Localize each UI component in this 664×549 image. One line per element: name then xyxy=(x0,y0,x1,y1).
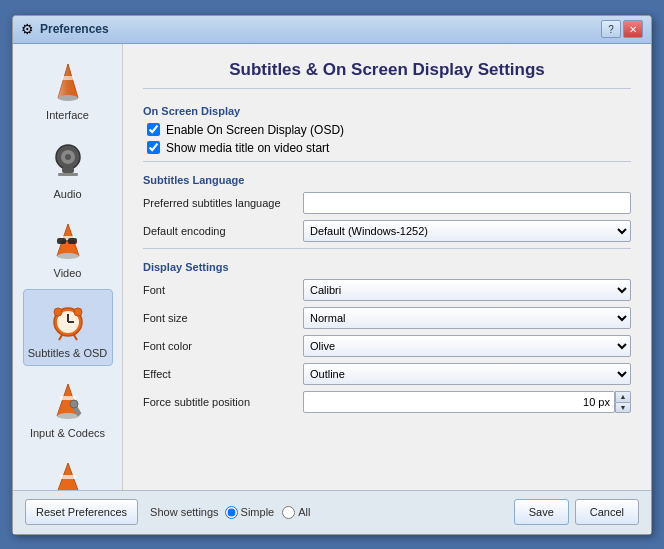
svg-rect-8 xyxy=(58,173,78,176)
effect-select[interactable]: Outline None Background xyxy=(303,363,631,385)
font-color-row: Font color Olive White Yellow Red xyxy=(143,335,631,357)
show-media-title-checkbox[interactable] xyxy=(147,141,160,154)
all-radio-text: All xyxy=(298,506,310,518)
titlebar: ⚙ Preferences ? ✕ xyxy=(13,16,651,44)
hotkeys-icon xyxy=(44,455,92,490)
video-label: Video xyxy=(54,267,82,279)
svg-point-2 xyxy=(58,95,78,101)
subtitles-label: Subtitles & OSD xyxy=(28,347,107,359)
font-size-label: Font size xyxy=(143,312,303,324)
divider-2 xyxy=(143,248,631,249)
all-radio-label[interactable]: All xyxy=(282,506,310,519)
input-label: Input & Codecs xyxy=(30,427,105,439)
show-settings-group: Show settings Simple All xyxy=(150,506,310,519)
enable-osd-checkbox[interactable] xyxy=(147,123,160,136)
svg-point-19 xyxy=(54,308,62,316)
sidebar-item-interface[interactable]: Interface xyxy=(23,52,113,127)
all-radio[interactable] xyxy=(282,506,295,519)
simple-radio-label[interactable]: Simple xyxy=(225,506,275,519)
preferences-window: ⚙ Preferences ? ✕ xyxy=(12,15,652,535)
sidebar: Interface Audio xyxy=(13,44,123,490)
preferred-lang-label: Preferred subtitles language xyxy=(143,197,303,209)
font-size-row: Font size Normal Small Large Very Large xyxy=(143,307,631,329)
font-size-select[interactable]: Normal Small Large Very Large xyxy=(303,307,631,329)
svg-point-25 xyxy=(57,413,79,419)
video-icon xyxy=(44,216,92,264)
help-button[interactable]: ? xyxy=(601,20,621,38)
show-media-title-label[interactable]: Show media title on video start xyxy=(166,141,329,155)
svg-line-21 xyxy=(59,335,62,340)
sidebar-item-video[interactable]: Video xyxy=(23,210,113,285)
audio-icon xyxy=(44,137,92,185)
svg-rect-11 xyxy=(57,238,66,244)
preferred-lang-row: Preferred subtitles language xyxy=(143,192,631,214)
window-title: Preferences xyxy=(40,22,109,36)
enable-osd-label[interactable]: Enable On Screen Display (OSD) xyxy=(166,123,344,137)
save-button[interactable]: Save xyxy=(514,499,569,525)
svg-point-27 xyxy=(70,400,78,408)
force-position-label: Force subtitle position xyxy=(143,396,303,408)
window-icon: ⚙ xyxy=(21,21,34,37)
enable-osd-row: Enable On Screen Display (OSD) xyxy=(143,123,631,137)
interface-icon xyxy=(44,58,92,106)
display-settings-section-header: Display Settings xyxy=(143,261,631,273)
simple-radio-text: Simple xyxy=(241,506,275,518)
footer: Reset Preferences Show settings Simple A… xyxy=(13,490,651,534)
close-button[interactable]: ✕ xyxy=(623,20,643,38)
osd-section-header: On Screen Display xyxy=(143,105,631,117)
encoding-label: Default encoding xyxy=(143,225,303,237)
force-position-down-button[interactable]: ▼ xyxy=(615,402,631,413)
svg-line-22 xyxy=(74,335,77,340)
sidebar-item-input[interactable]: Input & Codecs xyxy=(23,370,113,445)
svg-rect-24 xyxy=(60,396,76,400)
panel-title: Subtitles & On Screen Display Settings xyxy=(143,60,631,89)
cancel-button[interactable]: Cancel xyxy=(575,499,639,525)
svg-rect-12 xyxy=(68,238,77,244)
audio-label: Audio xyxy=(53,188,81,200)
encoding-select[interactable]: Default (Windows-1252) UTF-8 ISO-8859-1 … xyxy=(303,220,631,242)
svg-point-14 xyxy=(57,253,79,259)
sidebar-item-audio[interactable]: Audio xyxy=(23,131,113,206)
svg-rect-3 xyxy=(62,76,74,80)
font-color-label: Font color xyxy=(143,340,303,352)
font-label: Font xyxy=(143,284,303,296)
font-select[interactable]: Calibri Arial Tahoma Verdana xyxy=(303,279,631,301)
font-row: Font Calibri Arial Tahoma Verdana xyxy=(143,279,631,301)
svg-point-6 xyxy=(65,154,71,160)
sidebar-item-hotkeys[interactable]: Hotkeys xyxy=(23,449,113,490)
reset-preferences-button[interactable]: Reset Preferences xyxy=(25,499,138,525)
subtitle-lang-section-header: Subtitles Language xyxy=(143,174,631,186)
font-color-select[interactable]: Olive White Yellow Red xyxy=(303,335,631,357)
svg-rect-7 xyxy=(62,167,74,173)
svg-point-20 xyxy=(74,308,82,316)
force-position-input[interactable] xyxy=(303,391,615,413)
input-icon xyxy=(44,376,92,424)
svg-marker-1 xyxy=(58,64,78,98)
sidebar-item-subtitles[interactable]: Subtitles & OSD xyxy=(23,289,113,366)
svg-rect-29 xyxy=(60,475,76,479)
effect-row: Effect Outline None Background xyxy=(143,363,631,385)
main-panel: Subtitles & On Screen Display Settings O… xyxy=(123,44,651,490)
divider-1 xyxy=(143,161,631,162)
effect-label: Effect xyxy=(143,368,303,380)
subtitles-icon xyxy=(44,296,92,344)
simple-radio[interactable] xyxy=(225,506,238,519)
encoding-row: Default encoding Default (Windows-1252) … xyxy=(143,220,631,242)
content-area: Interface Audio xyxy=(13,44,651,490)
preferred-lang-input[interactable] xyxy=(303,192,631,214)
force-position-row: Force subtitle position ▲ ▼ xyxy=(143,391,631,413)
show-media-title-row: Show media title on video start xyxy=(143,141,631,155)
force-position-up-button[interactable]: ▲ xyxy=(615,391,631,402)
show-settings-label: Show settings xyxy=(150,506,218,518)
interface-label: Interface xyxy=(46,109,89,121)
